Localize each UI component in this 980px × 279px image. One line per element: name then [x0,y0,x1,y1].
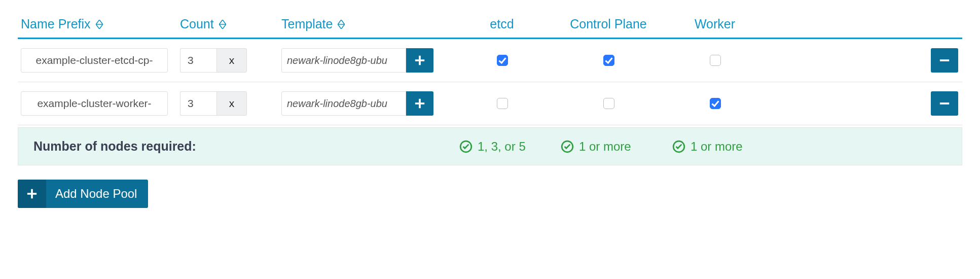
header-control-plane: Control Plane [550,17,667,31]
add-template-button[interactable] [406,91,433,116]
header-template-label: Template [281,17,333,31]
plus-icon [414,55,425,66]
remove-row-button[interactable] [931,91,958,116]
header-etcd: etcd [454,17,550,31]
control-plane-checkbox[interactable] [603,98,614,109]
count-group: x [180,48,281,73]
control-plane-checkbox[interactable] [603,55,614,66]
template-input[interactable] [281,91,406,116]
etcd-checkbox[interactable] [497,98,508,109]
template-input[interactable] [281,48,406,73]
add-node-pool-button[interactable]: Add Node Pool [18,180,148,208]
header-name-prefix[interactable]: Name Prefix [18,17,180,31]
minus-icon [939,98,950,109]
sort-icon[interactable] [219,20,226,29]
summary-row: Number of nodes required: 1, 3, or 5 1 o… [18,127,962,165]
sort-icon[interactable] [338,20,345,29]
template-group [281,91,454,116]
template-group [281,48,454,73]
header-etcd-label: etcd [490,17,514,31]
name-prefix-input[interactable] [21,91,168,116]
requirement-etcd: 1, 3, or 5 [459,140,561,154]
requirement-control-plane: 1 or more [561,140,672,154]
header-worker: Worker [667,17,763,31]
minus-icon [939,55,950,66]
requirement-cp-text: 1 or more [579,140,631,154]
check-circle-icon [459,140,473,153]
header-cp-label: Control Plane [570,17,646,31]
table-header-row: Name Prefix Count Template etcd Control … [18,13,962,39]
worker-checkbox[interactable] [710,55,721,66]
header-count-label: Count [180,17,214,31]
table-row: x [18,39,962,82]
header-worker-label: Worker [695,17,735,31]
add-template-button[interactable] [406,48,433,73]
header-template[interactable]: Template [281,17,454,31]
count-input[interactable] [180,48,216,73]
header-name-prefix-label: Name Prefix [21,17,91,31]
requirement-worker-text: 1 or more [691,140,743,154]
requirement-worker: 1 or more [672,140,947,154]
check-circle-icon [672,140,685,153]
remove-row-button[interactable] [931,48,958,73]
sort-icon[interactable] [96,20,103,29]
plus-icon [414,98,425,109]
header-count[interactable]: Count [180,17,281,31]
node-pools-table: Name Prefix Count Template etcd Control … [18,13,962,165]
check-circle-icon [561,140,574,153]
add-node-pool-label: Add Node Pool [55,187,137,201]
count-input[interactable] [180,91,216,116]
multiply-label: x [216,48,247,73]
requirement-etcd-text: 1, 3, or 5 [478,140,526,154]
table-row: x [18,82,962,125]
etcd-checkbox[interactable] [497,55,508,66]
name-prefix-input[interactable] [21,48,168,73]
count-group: x [180,91,281,116]
summary-label: Number of nodes required: [33,139,459,154]
plus-icon [26,188,38,199]
plus-icon-box [18,180,46,208]
multiply-label: x [216,91,247,116]
worker-checkbox[interactable] [710,98,721,109]
